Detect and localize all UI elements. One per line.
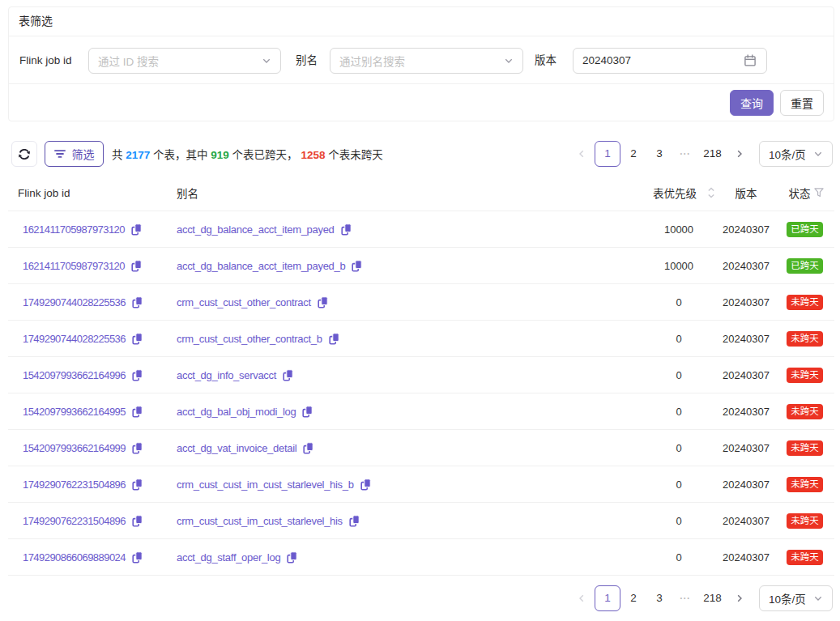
version-label: 版本 (535, 36, 556, 84)
row-alias-text: crm_cust_cust_im_cust_starlevel_his_b (177, 479, 354, 491)
copy-icon[interactable] (283, 369, 293, 381)
pagination-page-3[interactable]: 3 (646, 585, 672, 611)
filter-funnel-icon[interactable] (814, 188, 824, 198)
row-version: 20240307 (717, 296, 775, 308)
row-version: 20240307 (717, 406, 775, 418)
pagination-page-1[interactable]: 1 (595, 141, 620, 167)
copy-icon[interactable] (352, 260, 362, 272)
pagination-prev-button[interactable] (569, 585, 595, 611)
row-job-id-link[interactable]: 1749290762231504896 (23, 515, 143, 527)
row-alias-link[interactable]: acct_dg_info_servacct (177, 369, 293, 381)
pagination-page-2[interactable]: 2 (620, 141, 646, 167)
row-alias-cell: acct_dg_balance_acct_item_payed (162, 223, 641, 236)
table-row: 1749290744028225536 crm_cust_cust_other_… (8, 321, 834, 357)
pagination-page-218[interactable]: 218 (698, 141, 727, 167)
alias-select[interactable]: 通过别名搜索 (330, 48, 523, 74)
row-status-cell: 已跨天 (775, 222, 834, 237)
row-job-id-link[interactable]: 1542097993662164996 (23, 369, 143, 381)
copy-icon[interactable] (287, 551, 297, 564)
row-job-id-link[interactable]: 1749290762231504896 (23, 479, 143, 491)
row-alias-cell: crm_cust_cust_other_contract_b (162, 333, 641, 345)
row-alias-text: acct_dg_balance_acct_item_payed_b (177, 260, 345, 272)
row-status-cell: 已跨天 (775, 258, 834, 274)
row-job-id-text: 1749290762231504896 (23, 515, 126, 527)
row-alias-link[interactable]: crm_cust_cust_im_cust_starlevel_his_b (177, 479, 371, 491)
row-alias-link[interactable]: acct_dg_staff_oper_log (177, 551, 297, 564)
row-alias-link[interactable]: crm_cust_cust_other_contract_b (177, 333, 339, 345)
stats-mid1: 个表，其中 (150, 149, 211, 161)
filter-card: 表筛选 Flink job id 通过 ID 搜索 别名 通过别名搜索 版本 2… (8, 6, 834, 121)
copy-icon[interactable] (329, 333, 339, 345)
copy-icon[interactable] (132, 442, 143, 454)
copy-icon[interactable] (132, 296, 143, 308)
row-alias-link[interactable]: crm_cust_cust_im_cust_starlevel_his (177, 515, 360, 527)
row-alias-text: acct_dg_info_servacct (177, 369, 276, 381)
job-id-label: Flink job id (19, 36, 72, 84)
copy-icon[interactable] (132, 515, 143, 527)
row-alias-text: acct_dg_balance_acct_item_payed (177, 223, 335, 236)
column-header-id[interactable]: Flink job id (8, 187, 162, 199)
sorter-icon[interactable] (708, 187, 714, 198)
row-job-id-link[interactable]: 1749290744028225536 (23, 296, 143, 308)
row-job-id-link[interactable]: 1749290744028225536 (23, 333, 143, 345)
row-job-id-link[interactable]: 1542097993662164999 (23, 442, 143, 454)
row-version: 20240307 (717, 442, 775, 454)
copy-icon[interactable] (132, 369, 143, 381)
job-id-select[interactable]: 通过 ID 搜索 (88, 48, 281, 74)
pagination-prev-button[interactable] (569, 141, 595, 167)
row-priority: 0 (641, 296, 717, 308)
row-status-cell: 未跨天 (775, 440, 834, 456)
row-version: 20240307 (717, 223, 775, 236)
row-alias-link[interactable]: acct_dg_balance_acct_item_payed_b (177, 260, 362, 272)
page-size-select[interactable]: 10条/页 (759, 141, 833, 167)
copy-icon[interactable] (360, 479, 371, 491)
row-job-id-link[interactable]: 1542097993662164995 (23, 406, 143, 418)
row-id-cell: 1749290762231504896 (8, 479, 162, 491)
copy-icon[interactable] (341, 223, 352, 236)
row-version: 20240307 (717, 260, 775, 272)
row-alias-cell: acct_dg_bal_obj_modi_log (162, 406, 641, 418)
filter-toggle-button[interactable]: 筛选 (45, 141, 104, 167)
copy-icon[interactable] (303, 442, 313, 454)
row-priority: 0 (641, 515, 717, 527)
chevron-down-icon (813, 149, 823, 159)
search-button[interactable]: 查询 (730, 90, 774, 116)
page-size-select[interactable]: 10条/页 (759, 585, 833, 611)
row-alias-link[interactable]: acct_dg_bal_obj_modi_log (177, 406, 313, 418)
column-header-alias[interactable]: 别名 (162, 185, 641, 201)
copy-icon[interactable] (302, 406, 313, 418)
version-date-input[interactable]: 20240307 (573, 48, 767, 74)
row-alias-link[interactable]: acct_dg_balance_acct_item_payed (177, 223, 352, 236)
copy-icon[interactable] (131, 260, 142, 272)
copy-icon[interactable] (318, 296, 328, 308)
row-alias-cell: crm_cust_cust_im_cust_starlevel_his (162, 515, 641, 527)
row-job-id-text: 1749290762231504896 (23, 479, 126, 491)
pagination-page-3[interactable]: 3 (646, 141, 672, 167)
pagination-page-1[interactable]: 1 (595, 585, 620, 611)
pagination-page-218[interactable]: 218 (698, 585, 727, 611)
row-job-id-link[interactable]: 1621411705987973120 (23, 223, 142, 236)
table-row: 1542097993662164999 acct_dg_vat_invoice_… (8, 430, 834, 466)
row-priority: 0 (641, 442, 717, 454)
copy-icon[interactable] (132, 479, 143, 491)
row-alias-link[interactable]: crm_cust_cust_other_contract (177, 296, 328, 308)
copy-icon[interactable] (132, 406, 143, 418)
page-size-value: 10条/页 (769, 590, 806, 606)
copy-icon[interactable] (349, 515, 360, 527)
copy-icon[interactable] (131, 223, 142, 236)
reset-button[interactable]: 重置 (780, 90, 824, 116)
row-job-id-link[interactable]: 1749290866069889024 (23, 551, 143, 564)
column-header-priority[interactable]: 表优先级 (646, 185, 722, 201)
pagination-next-button[interactable] (727, 585, 753, 611)
row-job-id-link[interactable]: 1621411705987973120 (23, 260, 142, 272)
row-id-cell: 1542097993662164999 (8, 442, 162, 454)
table-row: 1749290762231504896 crm_cust_cust_im_cus… (8, 503, 834, 539)
refresh-button[interactable] (11, 141, 37, 167)
pagination-page-2[interactable]: 2 (620, 585, 646, 611)
stats-mid2: 个表已跨天， (229, 149, 301, 161)
copy-icon[interactable] (132, 551, 143, 564)
copy-icon[interactable] (132, 333, 143, 345)
chevron-left-icon (577, 593, 586, 603)
pagination-next-button[interactable] (727, 141, 753, 167)
row-alias-link[interactable]: acct_dg_vat_invoice_detail (177, 442, 313, 454)
